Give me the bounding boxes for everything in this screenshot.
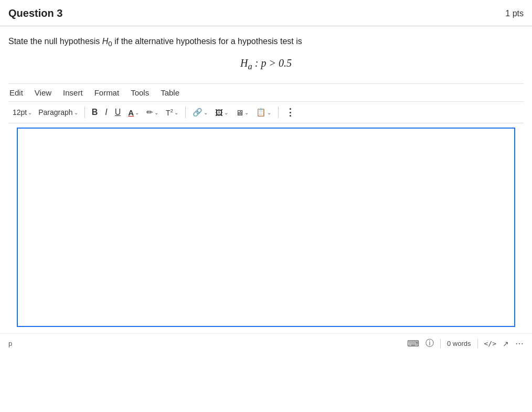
document-button[interactable]: 📋 ⌄ [253,106,274,119]
menu-view[interactable]: View [34,87,52,98]
menu-insert[interactable]: Insert [62,87,84,98]
question-body: State the null hypothesis H0 if the alte… [0,26,532,331]
word-count: 0 words [447,340,471,347]
font-color-chevron-icon: ⌄ [135,110,139,115]
question-header: Question 3 1 pts [0,0,532,26]
more-options-button[interactable]: ⋮ [283,105,297,120]
image-chevron-icon: ⌄ [224,110,228,115]
toolbar-divider-1 [84,107,85,118]
link-button[interactable]: 🔗 ⌄ [190,106,210,119]
link-chevron-icon: ⌄ [204,110,208,115]
italic-label: I [105,108,107,117]
highlight-icon: ✏ [146,108,153,117]
question-text: State the null hypothesis H0 if the alte… [8,37,524,48]
status-divider-2 [477,339,478,348]
font-size-chevron-icon: ⌄ [28,110,32,115]
menu-table[interactable]: Table [159,87,180,98]
paragraph-style-dropdown[interactable]: Paragraph ⌄ [36,107,80,118]
embed-icon: 🖥 [236,108,243,117]
more-options-icon: ⋮ [285,107,295,118]
keyboard-icon[interactable]: ⌨ [407,339,419,348]
font-size-value: 12pt [13,108,27,117]
question-title: Question 3 [8,7,62,19]
paragraph-style-value: Paragraph [38,108,72,117]
underline-label: U [115,108,121,117]
status-right-group: ⌨ ⓘ 0 words </> ↗ ⋯ [407,338,524,349]
italic-button[interactable]: I [102,106,110,119]
font-color-button[interactable]: A ⌄ [125,107,142,118]
link-icon: 🔗 [193,108,203,117]
embed-chevron-icon: ⌄ [244,110,249,115]
math-formula: Ha : p > 0.5 [8,57,524,72]
bold-label: B [92,108,98,117]
expand-icon[interactable]: ↗ [503,340,509,348]
document-chevron-icon: ⌄ [267,110,271,115]
highlight-button[interactable]: ✏ ⌄ [144,106,161,119]
editor-wrapper [8,123,524,331]
underline-button[interactable]: U [112,106,124,119]
font-size-dropdown[interactable]: 12pt ⌄ [10,107,34,118]
highlight-chevron-icon: ⌄ [154,110,158,115]
document-icon: 📋 [256,108,266,117]
editor-content[interactable] [17,128,515,327]
menu-bar: Edit View Insert Format Tools Table [8,83,524,102]
image-icon: 🖼 [215,108,223,117]
more-status-icon[interactable]: ⋯ [515,339,524,348]
toolbar-divider-3 [278,107,279,118]
status-bar: p ⌨ ⓘ 0 words </> ↗ ⋯ [0,333,532,353]
code-view-button[interactable]: </> [484,340,496,347]
menu-format[interactable]: Format [93,87,121,98]
info-icon[interactable]: ⓘ [425,338,434,349]
image-button[interactable]: 🖼 ⌄ [212,107,231,119]
paragraph-chevron-icon: ⌄ [74,110,78,115]
superscript-chevron-icon: ⌄ [174,110,178,115]
toolbar-divider-2 [185,107,186,118]
embed-button[interactable]: 🖥 ⌄ [233,107,251,119]
superscript-icon: T2 [166,108,173,117]
status-divider-1 [440,339,441,348]
superscript-button[interactable]: T2 ⌄ [163,107,181,119]
font-color-a-icon: A [128,109,134,117]
bold-button[interactable]: B [89,106,101,119]
menu-edit[interactable]: Edit [8,87,24,98]
editor-toolbar: 12pt ⌄ Paragraph ⌄ B I U A ⌄ ✏ ⌄ [8,102,524,123]
paragraph-indicator: p [8,340,12,347]
question-points: 1 pts [505,9,524,18]
menu-tools[interactable]: Tools [130,87,150,98]
